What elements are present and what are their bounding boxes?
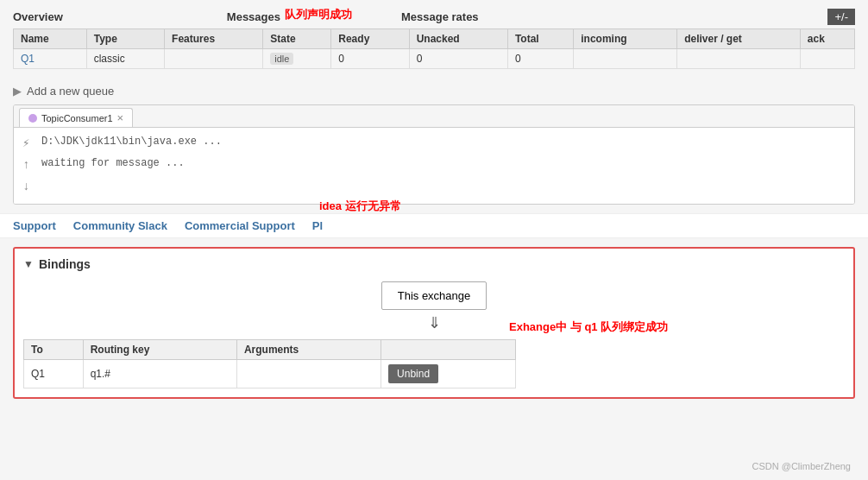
nav-item[interactable]: Commercial Support [185, 219, 295, 232]
col-state: State [263, 29, 331, 49]
console-line: ↓ [22, 176, 846, 198]
csdn-watermark: CSDN @ClimberZheng [752, 461, 851, 471]
binding-arguments [236, 359, 381, 388]
plus-minus-button[interactable]: +/- [827, 9, 855, 25]
queue-state: idle [263, 49, 331, 69]
queue-features [165, 49, 263, 69]
ide-tab-bar: TopicConsumer1 × [14, 105, 854, 128]
queue-ready: 0 [331, 49, 409, 69]
bindings-col-action [381, 339, 516, 359]
queue-incoming [574, 49, 677, 69]
queue-total: 0 [507, 49, 573, 69]
bindings-title: ▼ Bindings [23, 257, 845, 271]
binding-action: Unbind [381, 359, 516, 388]
col-type: Type [86, 29, 164, 49]
console-icon: ⚡ [22, 133, 35, 155]
queue-type: classic [86, 49, 164, 69]
ide-console: ⚡ D:\JDK\jdk11\bin\java.exe ... ↑ waitin… [14, 128, 854, 204]
console-text: waiting for message ... [41, 155, 185, 174]
queue-ack [800, 49, 854, 69]
binding-to: Q1 [24, 359, 84, 388]
nav-bar: SupportCommunity SlackCommercial Support… [0, 213, 868, 238]
col-features: Features [165, 29, 263, 49]
bindings-section: ▼ Bindings This exchange ⇓ To Routing ke… [13, 247, 855, 399]
add-queue-label: Add a new queue [27, 85, 114, 98]
overview-label: Overview [13, 10, 63, 23]
queue-unacked: 0 [409, 49, 507, 69]
console-text: D:\JDK\jdk11\bin\java.exe ... [41, 133, 222, 152]
this-exchange-button[interactable]: This exchange [381, 281, 487, 310]
ide-panel: TopicConsumer1 × ⚡ D:\JDK\jdk11\bin\java… [13, 104, 855, 205]
bindings-col-arguments: Arguments [236, 339, 381, 359]
col-deliver-get: deliver / get [677, 29, 801, 49]
ide-tab-close[interactable]: × [117, 111, 124, 124]
console-icon: ↓ [22, 176, 35, 198]
queue-name: Q1 [14, 49, 87, 69]
console-line: ⚡ D:\JDK\jdk11\bin\java.exe ... [22, 133, 846, 155]
nav-item[interactable]: Community Slack [73, 219, 167, 232]
tab-icon [28, 114, 37, 123]
down-arrow-symbol: ⇓ [23, 313, 845, 332]
col-ready: Ready [331, 29, 409, 49]
nav-item[interactable]: Support [13, 219, 56, 232]
unbind-button[interactable]: Unbind [388, 364, 438, 383]
bindings-table-row: Q1 q1.# Unbind [24, 359, 516, 388]
binding-routing-key: q1.# [83, 359, 236, 388]
console-line: ↑ waiting for message ... [22, 155, 846, 176]
bindings-col-to: To [24, 339, 84, 359]
ide-tab-label: TopicConsumer1 [41, 113, 113, 123]
message-rates-label: Message rates [401, 10, 479, 23]
queue-table-section: Overview Messages Message rates +/- Name… [0, 0, 868, 78]
ide-tab-topic-consumer[interactable]: TopicConsumer1 × [19, 108, 133, 127]
add-queue-triangle: ▶ [13, 85, 22, 98]
messages-label: Messages [227, 10, 280, 23]
bindings-label: Bindings [39, 257, 91, 271]
col-unacked: Unacked [409, 29, 507, 49]
col-name: Name [14, 29, 87, 49]
col-incoming: incoming [574, 29, 677, 49]
console-icon: ↑ [22, 155, 35, 176]
bindings-arrow: ▼ [23, 258, 34, 270]
nav-item[interactable]: Pl [312, 219, 323, 232]
bindings-col-routing-key: Routing key [83, 339, 236, 359]
queue-deliver-get [677, 49, 801, 69]
main-wrapper: 队列声明成功 Overview Messages Message rates +… [0, 0, 868, 480]
queue-table: Name Type Features State Ready Unacked T… [13, 28, 855, 69]
queue-table-row[interactable]: Q1 classic idle 0 0 0 [14, 49, 855, 69]
col-ack: ack [800, 29, 854, 49]
bindings-table: To Routing key Arguments Q1 q1.# Unbind [23, 339, 516, 388]
col-total: Total [507, 29, 573, 49]
add-queue-row[interactable]: ▶ Add a new queue [0, 78, 868, 104]
